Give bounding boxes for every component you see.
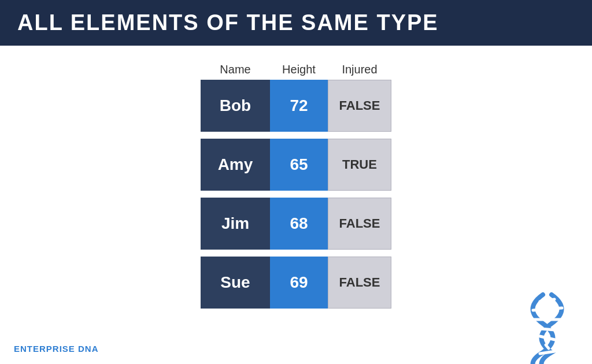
cell-height-2: 68 [270, 198, 328, 250]
cell-height-3: 69 [270, 257, 328, 309]
cell-name-1: Amy [201, 139, 270, 191]
main-content: Name Height Injured Bob 72 FALSE Amy 65 … [0, 46, 592, 315]
page-title: ALL ELEMENTS OF THE SAME TYPE [17, 10, 439, 35]
cell-height-0: 72 [270, 80, 328, 132]
cell-injured-2: FALSE [328, 198, 391, 250]
footer: ENTERPRISE DNA [14, 344, 99, 354]
brand-part1: ENTERPRISE [14, 344, 75, 354]
table-row: Bob 72 FALSE [201, 80, 391, 132]
cell-height-1: 65 [270, 139, 328, 191]
table-headers: Name Height Injured [201, 63, 391, 76]
cell-name-2: Jim [201, 198, 270, 250]
col-header-injured: Injured [328, 63, 391, 76]
svg-line-1 [533, 308, 562, 310]
brand-text: ENTERPRISE DNA [14, 344, 99, 354]
svg-line-0 [540, 299, 554, 302]
dna-icon [511, 289, 580, 364]
cell-injured-3: FALSE [328, 257, 391, 309]
svg-line-3 [533, 328, 562, 330]
table-row: Amy 65 TRUE [201, 139, 391, 191]
page-header: ALL ELEMENTS OF THE SAME TYPE [0, 0, 592, 46]
col-header-height: Height [270, 63, 328, 76]
cell-name-0: Bob [201, 80, 270, 132]
brand-part2: DNA [78, 344, 99, 354]
col-header-name: Name [201, 63, 270, 76]
cell-name-3: Sue [201, 257, 270, 309]
cell-injured-1: TRUE [328, 139, 391, 191]
data-table: Name Height Injured Bob 72 FALSE Amy 65 … [201, 63, 391, 315]
cell-injured-0: FALSE [328, 80, 391, 132]
table-row: Sue 69 FALSE [201, 257, 391, 309]
table-row: Jim 68 FALSE [201, 198, 391, 250]
